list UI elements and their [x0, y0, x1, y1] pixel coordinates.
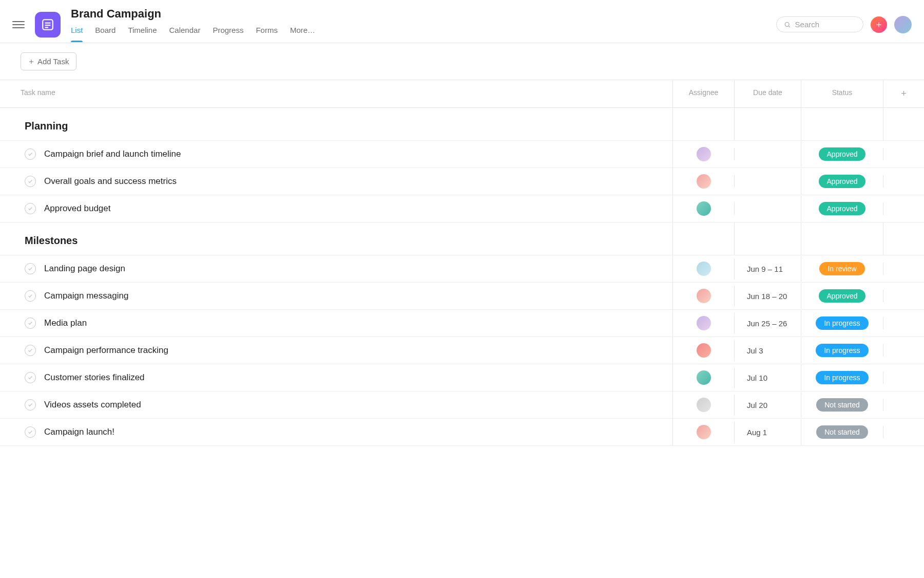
- due-date[interactable]: [734, 148, 801, 160]
- task-row[interactable]: Campaign launch!Aug 1Not started: [0, 419, 924, 446]
- tab-forms[interactable]: Forms: [256, 26, 278, 42]
- status-badge[interactable]: Not started: [816, 398, 868, 412]
- plus-icon: [28, 59, 34, 65]
- due-date[interactable]: Jul 20: [734, 395, 801, 416]
- due-date[interactable]: [734, 175, 801, 188]
- assignee-avatar[interactable]: [697, 425, 711, 439]
- assignee-avatar[interactable]: [697, 174, 711, 189]
- col-assignee[interactable]: Assignee: [672, 80, 734, 107]
- add-task-button[interactable]: Add Task: [21, 52, 76, 70]
- task-name[interactable]: Landing page design: [44, 264, 125, 274]
- due-date[interactable]: Jun 9 – 11: [734, 258, 801, 279]
- section-title[interactable]: Planning: [0, 108, 672, 140]
- task-list: PlanningCampaign brief and launch timeli…: [0, 108, 924, 446]
- section-header[interactable]: Planning: [0, 108, 924, 141]
- assignee-avatar[interactable]: [697, 398, 711, 412]
- assignee-avatar[interactable]: [697, 343, 711, 358]
- status-badge[interactable]: In progress: [816, 371, 868, 384]
- task-row[interactable]: Campaign brief and launch timelineApprov…: [0, 141, 924, 168]
- task-row[interactable]: Media planJun 25 – 26In progress: [0, 310, 924, 337]
- task-name[interactable]: Videos assets completed: [44, 400, 141, 410]
- complete-checkbox[interactable]: [25, 372, 36, 383]
- tab-board[interactable]: Board: [95, 26, 116, 42]
- assignee-avatar[interactable]: [697, 370, 711, 385]
- status-badge[interactable]: Approved: [819, 289, 866, 303]
- task-name[interactable]: Media plan: [44, 318, 87, 328]
- search-input[interactable]: [795, 20, 856, 29]
- col-status[interactable]: Status: [801, 80, 883, 107]
- complete-checkbox[interactable]: [25, 399, 36, 411]
- due-date[interactable]: Aug 1: [734, 422, 801, 443]
- task-name[interactable]: Customer stories finalized: [44, 372, 145, 383]
- assignee-avatar[interactable]: [697, 289, 711, 303]
- menu-icon[interactable]: [12, 18, 25, 31]
- plus-icon: [875, 21, 882, 28]
- project-tabs: ListBoardTimelineCalendarProgressFormsMo…: [71, 26, 776, 42]
- complete-checkbox[interactable]: [25, 203, 36, 214]
- task-row[interactable]: Overall goals and success metricsApprove…: [0, 168, 924, 195]
- project-title[interactable]: Brand Campaign: [71, 7, 776, 21]
- status-badge[interactable]: In progress: [816, 316, 868, 330]
- project-icon[interactable]: [35, 12, 61, 38]
- due-date[interactable]: [734, 202, 801, 215]
- status-badge[interactable]: Approved: [819, 175, 866, 188]
- status-badge[interactable]: Approved: [819, 202, 866, 215]
- status-badge[interactable]: In progress: [816, 344, 868, 357]
- add-column-button[interactable]: +: [883, 80, 924, 107]
- assignee-avatar[interactable]: [697, 262, 711, 276]
- task-name[interactable]: Approved budget: [44, 203, 111, 214]
- col-task-name[interactable]: Task name: [0, 80, 672, 107]
- assignee-avatar[interactable]: [697, 147, 711, 161]
- task-name[interactable]: Campaign performance tracking: [44, 345, 168, 356]
- tab-more[interactable]: More…: [290, 26, 315, 42]
- task-row[interactable]: Videos assets completedJul 20Not started: [0, 391, 924, 419]
- user-avatar[interactable]: [894, 16, 912, 33]
- svg-point-4: [785, 22, 789, 26]
- complete-checkbox[interactable]: [25, 263, 36, 274]
- svg-line-5: [788, 26, 790, 27]
- complete-checkbox[interactable]: [25, 148, 36, 160]
- status-badge[interactable]: Approved: [819, 147, 866, 161]
- complete-checkbox[interactable]: [25, 345, 36, 356]
- due-date[interactable]: Jul 10: [734, 367, 801, 388]
- assignee-avatar[interactable]: [697, 201, 711, 216]
- complete-checkbox[interactable]: [25, 290, 36, 302]
- app-header: Brand Campaign ListBoardTimelineCalendar…: [0, 0, 924, 43]
- columns-header: Task name Assignee Due date Status +: [0, 80, 924, 108]
- complete-checkbox[interactable]: [25, 176, 36, 187]
- tab-list[interactable]: List: [71, 26, 83, 42]
- global-add-button[interactable]: [871, 16, 887, 33]
- tab-calendar[interactable]: Calendar: [169, 26, 201, 42]
- tab-timeline[interactable]: Timeline: [128, 26, 157, 42]
- complete-checkbox[interactable]: [25, 426, 36, 438]
- due-date[interactable]: Jun 18 – 20: [734, 286, 801, 307]
- complete-checkbox[interactable]: [25, 318, 36, 329]
- col-due-date[interactable]: Due date: [734, 80, 801, 107]
- task-row[interactable]: Customer stories finalizedJul 10In progr…: [0, 364, 924, 391]
- task-row[interactable]: Landing page designJun 9 – 11In review: [0, 255, 924, 283]
- status-badge[interactable]: Not started: [816, 425, 868, 439]
- task-name[interactable]: Campaign brief and launch timeline: [44, 149, 181, 159]
- toolbar: Add Task: [0, 43, 924, 80]
- add-task-label: Add Task: [37, 57, 69, 66]
- task-row[interactable]: Campaign messagingJun 18 – 20Approved: [0, 283, 924, 310]
- assignee-avatar[interactable]: [697, 316, 711, 330]
- section-header[interactable]: Milestones: [0, 222, 924, 255]
- task-row[interactable]: Campaign performance trackingJul 3In pro…: [0, 337, 924, 364]
- due-date[interactable]: Jun 25 – 26: [734, 313, 801, 334]
- task-name[interactable]: Campaign messaging: [44, 291, 128, 301]
- task-name[interactable]: Overall goals and success metrics: [44, 176, 177, 187]
- status-badge[interactable]: In review: [819, 262, 864, 275]
- search-box[interactable]: [776, 16, 863, 32]
- section-title[interactable]: Milestones: [0, 222, 672, 255]
- task-row[interactable]: Approved budgetApproved: [0, 195, 924, 222]
- search-icon: [784, 21, 791, 29]
- task-name[interactable]: Campaign launch!: [44, 427, 114, 437]
- tab-progress[interactable]: Progress: [213, 26, 243, 42]
- due-date[interactable]: Jul 3: [734, 340, 801, 361]
